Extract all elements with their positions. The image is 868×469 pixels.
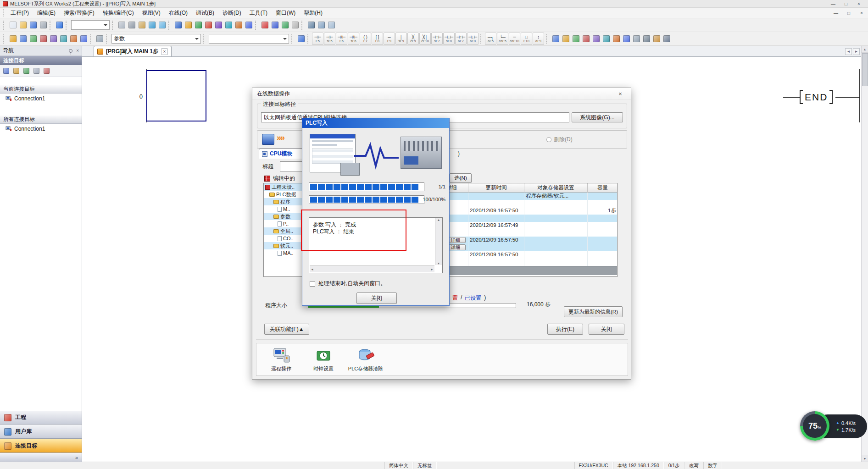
write-to-plc-icon[interactable]	[183, 20, 193, 30]
menu-item[interactable]: 工具(T)	[245, 8, 272, 18]
refresh-info-button[interactable]: 更新为最新的信息(R)	[564, 306, 623, 317]
options-icon[interactable]	[662, 34, 672, 44]
related-functions-button[interactable]: 关联功能(F)▲	[264, 324, 309, 335]
cross-reference-icon[interactable]	[48, 34, 58, 44]
zoom-in-icon[interactable]	[631, 34, 641, 44]
fkey-cF10[interactable]: ╳│cF10	[419, 33, 431, 45]
write-log-box[interactable]: 参数 写入 ： 完成PLC写入 ： 结束 ▲▼ ◄►	[309, 217, 443, 273]
cut-icon[interactable]	[117, 20, 127, 30]
menu-item[interactable]: 转换/编译(C)	[99, 8, 138, 18]
menu-item[interactable]: 编辑(E)	[33, 8, 60, 18]
tab-close-icon[interactable]: ×	[161, 48, 168, 55]
build-icon[interactable]	[244, 20, 254, 30]
redo-icon[interactable]	[157, 20, 167, 30]
tree-item[interactable]: P..	[264, 220, 302, 227]
log-scroll-down-icon[interactable]: ▼	[437, 262, 440, 265]
fkey-F10[interactable]: □F10	[521, 33, 532, 45]
fkey-aF7[interactable]: ⊣↑⊢aF7	[455, 33, 467, 45]
save-icon[interactable]	[28, 20, 38, 30]
menu-item[interactable]: 视图(V)	[138, 8, 165, 18]
read-from-plc-icon[interactable]	[173, 20, 183, 30]
print-icon[interactable]	[38, 20, 48, 30]
device-list-icon[interactable]	[58, 34, 68, 44]
stop-monitor-icon[interactable]	[223, 20, 234, 30]
fkey-sF5[interactable]: ⊣⊢sF5	[324, 33, 335, 45]
navigation-window-icon[interactable]	[8, 34, 18, 44]
checkbox-icon[interactable]	[310, 281, 315, 287]
scroll-down-icon[interactable]: ▼	[862, 455, 868, 462]
tab-scroll-left-icon[interactable]: ◄	[845, 48, 852, 55]
menu-item[interactable]: 窗口(W)	[272, 8, 300, 18]
delete-radio-icon[interactable]	[546, 137, 551, 142]
log-horizontal-scrollbar[interactable]: ◄►	[310, 265, 434, 272]
watch-window-icon[interactable]	[68, 34, 78, 44]
footer-tool-remote-operation-icon[interactable]: 远程操作	[260, 347, 302, 372]
paste-icon[interactable]	[137, 20, 147, 30]
log-scroll-right-icon[interactable]: ►	[430, 268, 434, 271]
maximize-button[interactable]: □	[840, 0, 852, 7]
tree-item[interactable]: 程序	[264, 198, 302, 205]
fkey-F9[interactable]: ─F9	[384, 33, 395, 45]
write-mode-icon[interactable]	[571, 34, 581, 44]
ladder-edit-icon[interactable]	[551, 34, 561, 44]
ladder-view-icon[interactable]	[28, 34, 38, 44]
delete-option[interactable]: 删除(D)	[546, 136, 573, 143]
nav-button-project-icon[interactable]: 工程	[0, 410, 82, 425]
menu-item[interactable]: 调试(B)	[192, 8, 218, 18]
tree-item[interactable]: 参数	[264, 213, 302, 220]
fkey-sF7[interactable]: ⊣↑⊢sF7	[431, 33, 443, 45]
auto-close-checkbox[interactable]: 处理结束时,自动关闭窗口。	[310, 280, 386, 287]
connection-item-all[interactable]: Connection1	[0, 124, 82, 133]
read-mode-icon[interactable]	[561, 34, 571, 44]
dialog-close-button[interactable]: 关闭	[589, 324, 624, 335]
monitor-write-icon[interactable]	[203, 20, 213, 30]
connection-delete-icon[interactable]	[32, 66, 41, 75]
mdi-maximize-button[interactable]: □	[842, 10, 855, 17]
nav-button-user-library-icon[interactable]: 用户库	[0, 425, 82, 439]
log-scroll-left-icon[interactable]: ◄	[311, 268, 314, 271]
screen-color-icon[interactable]	[651, 34, 662, 44]
fkey-aF8[interactable]: ⊣↓⊢aF8	[467, 33, 479, 45]
breakpoint-icon[interactable]	[290, 20, 300, 30]
deselect-all-button[interactable]: 选(N)	[450, 173, 472, 183]
connection-copy-icon[interactable]	[12, 66, 21, 75]
fkey-F8[interactable]: [ ]F8	[372, 33, 383, 45]
tab-scroll-right-icon[interactable]: ►	[853, 48, 860, 55]
tab-cpu-module[interactable]: CPU模块	[259, 149, 303, 159]
undo-icon[interactable]	[147, 20, 157, 30]
step-execution-icon[interactable]	[280, 20, 290, 30]
fkey-sF8[interactable]: ⊣↓⊢sF8	[443, 33, 455, 45]
tree-item[interactable]: PLC数据	[264, 191, 302, 198]
dialog-close-icon[interactable]: ×	[614, 90, 626, 97]
tree-item[interactable]: 软元..	[264, 242, 302, 249]
menu-item[interactable]: 搜索/替换(F)	[60, 8, 99, 18]
mdi-close-button[interactable]: ×	[855, 10, 868, 17]
comment-icon[interactable]	[306, 20, 316, 30]
new-icon[interactable]	[8, 20, 18, 30]
find-next-icon[interactable]	[296, 34, 306, 44]
connection-item-current[interactable]: Connection1	[0, 94, 82, 103]
fkey-F7[interactable]: ( )F7	[360, 33, 371, 45]
function-block-icon[interactable]	[18, 34, 28, 44]
fkey-F6[interactable]: ⊣/⊢F6	[336, 33, 347, 45]
intelligent-module-icon[interactable]	[78, 34, 89, 44]
statement-edit-icon[interactable]	[601, 34, 611, 44]
close-button[interactable]: ×	[852, 0, 865, 7]
fkey-caF5[interactable]: └─caF5	[497, 33, 508, 45]
device-test-icon[interactable]	[234, 20, 244, 30]
data-tree[interactable]: 工程未设..PLC数据程序M..参数P..全局..CO..软元..MA..	[263, 183, 302, 277]
simulation-stop-icon[interactable]	[270, 20, 280, 30]
device-comment-icon[interactable]	[38, 34, 48, 44]
fkey-F5[interactable]: ⊣⊢F5	[312, 33, 323, 45]
monitor-rw-icon[interactable]	[581, 34, 591, 44]
menu-item[interactable]: 帮助(H)	[300, 8, 327, 18]
find-value-combo[interactable]	[209, 34, 289, 44]
find-device-icon[interactable]	[95, 34, 105, 44]
scroll-up-icon[interactable]: ▲	[862, 46, 868, 53]
find-target-combo[interactable]: 参数	[111, 34, 201, 44]
system-image-button[interactable]: 系统图像(G)...	[572, 112, 623, 122]
open-icon[interactable]	[18, 20, 28, 30]
tree-item[interactable]: MA..	[264, 249, 302, 257]
network-speed-widget[interactable]: ▲0.4K/s ▼1.7K/s 75 %	[800, 411, 868, 441]
minimize-button[interactable]: —	[827, 0, 840, 7]
